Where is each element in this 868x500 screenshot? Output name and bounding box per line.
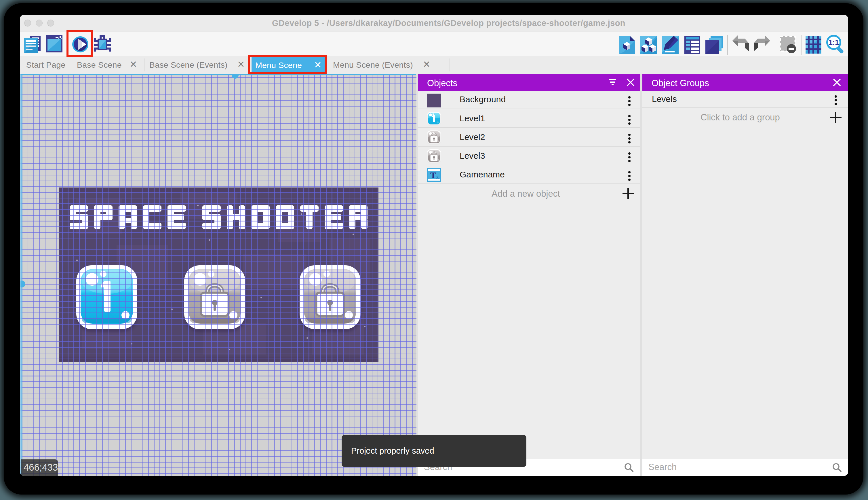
svg-text:x: x bbox=[436, 174, 439, 180]
svg-text:1:1: 1:1 bbox=[829, 38, 839, 46]
svg-text:T: T bbox=[430, 170, 436, 180]
